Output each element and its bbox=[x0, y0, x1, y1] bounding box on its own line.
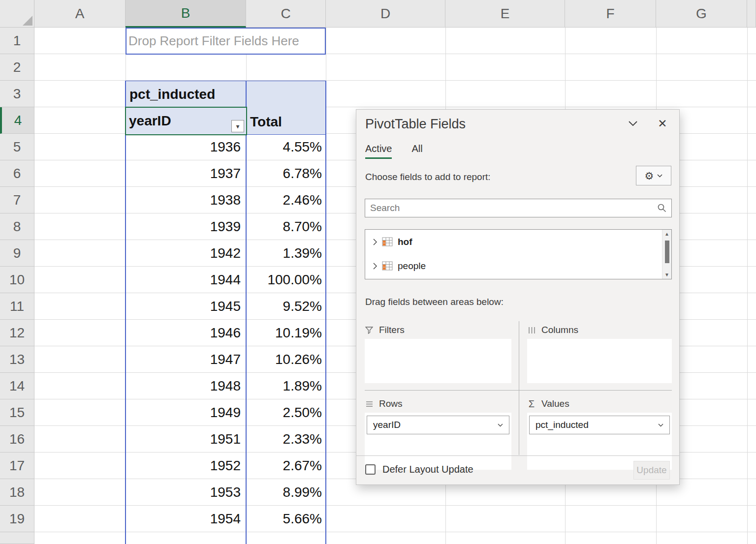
pivot-data-row: 19421.39% bbox=[126, 240, 326, 267]
cell-total[interactable]: 9.52% bbox=[246, 293, 326, 320]
values-field-chip-pct-inducted[interactable]: pct_inducted bbox=[529, 416, 670, 434]
cell-total[interactable]: 8.70% bbox=[246, 213, 326, 240]
columns-drop-zone[interactable] bbox=[527, 339, 672, 383]
row-header-2[interactable]: 2 bbox=[0, 54, 34, 81]
scroll-up-arrow-icon[interactable]: ▲ bbox=[662, 231, 671, 237]
cell-total[interactable]: 4.55% bbox=[246, 134, 326, 160]
row-header-19[interactable]: 19 bbox=[0, 506, 34, 532]
filters-drop-zone[interactable] bbox=[365, 339, 511, 383]
cell-total[interactable]: 100.00% bbox=[246, 267, 326, 293]
cell-yearID[interactable]: 1952 bbox=[126, 453, 246, 479]
row-header-6[interactable]: 6 bbox=[0, 160, 34, 187]
cell-yearID[interactable]: 1946 bbox=[126, 320, 246, 346]
field-name: people bbox=[398, 261, 426, 272]
cell-yearID[interactable]: 1948 bbox=[126, 373, 246, 399]
row-header-4[interactable]: 4 bbox=[0, 107, 34, 134]
pivot-border-left bbox=[125, 81, 126, 544]
cell-yearID[interactable]: 1947 bbox=[126, 346, 246, 373]
update-button[interactable]: Update bbox=[633, 461, 670, 480]
cell-yearID[interactable]: 1938 bbox=[126, 187, 246, 213]
field-list-scrollbar[interactable]: ▲ ▼ bbox=[662, 230, 671, 279]
row-header-13[interactable]: 13 bbox=[0, 346, 34, 373]
column-header-D[interactable]: D bbox=[326, 0, 445, 28]
cell-yearID[interactable]: 1937 bbox=[126, 160, 246, 187]
cell-yearID[interactable]: 1945 bbox=[126, 293, 246, 320]
cell-yearID[interactable]: 1954 bbox=[126, 506, 246, 532]
scrollbar-thumb[interactable] bbox=[665, 241, 669, 263]
cell-yearID[interactable]: 1942 bbox=[126, 240, 246, 267]
scroll-down-arrow-icon[interactable]: ▼ bbox=[662, 272, 671, 277]
cell-total[interactable]: 2.33% bbox=[246, 426, 326, 453]
cell-yearID[interactable]: 1953 bbox=[126, 479, 246, 506]
column-header-F[interactable]: F bbox=[565, 0, 656, 28]
column-header-partial[interactable] bbox=[747, 0, 756, 28]
pivot-row-field-label: yearID bbox=[129, 113, 171, 129]
field-item-hof[interactable]: hof bbox=[365, 230, 671, 254]
report-filter-drop-zone[interactable]: Drop Report Filter Fields Here bbox=[126, 28, 326, 55]
rows-drop-zone[interactable]: yearID bbox=[365, 413, 511, 470]
cell-total[interactable]: 5.66% bbox=[246, 506, 326, 532]
expand-chevron-icon[interactable] bbox=[371, 239, 379, 245]
tab-active[interactable]: Active bbox=[365, 143, 392, 159]
row-header-14[interactable]: 14 bbox=[0, 373, 34, 399]
tools-gear-button[interactable]: ⚙ bbox=[636, 166, 671, 185]
row-header-17[interactable]: 17 bbox=[0, 453, 34, 479]
pivot-data-row: 1944100.00% bbox=[126, 267, 326, 293]
cell-total[interactable]: 1.89% bbox=[246, 373, 326, 399]
row-header-8[interactable]: 8 bbox=[0, 213, 34, 240]
table-icon bbox=[382, 237, 393, 246]
search-input[interactable] bbox=[365, 202, 653, 214]
row-header-1[interactable]: 1 bbox=[0, 28, 34, 54]
row-filter-dropdown-button[interactable]: ▾ bbox=[231, 120, 244, 132]
rows-field-chip-yearID[interactable]: yearID bbox=[367, 416, 509, 434]
row-header-3[interactable]: 3 bbox=[0, 81, 34, 107]
row-header-18[interactable]: 18 bbox=[0, 479, 34, 506]
cell-total[interactable]: 1.39% bbox=[246, 240, 326, 267]
panel-close-icon[interactable]: ✕ bbox=[657, 118, 668, 129]
field-list: hof people ▲ ▼ bbox=[365, 229, 672, 279]
select-all-corner[interactable] bbox=[0, 0, 34, 28]
field-item-people[interactable]: people bbox=[365, 254, 671, 278]
column-header-B[interactable]: B bbox=[126, 0, 246, 28]
cell-yearID[interactable]: 1951 bbox=[126, 426, 246, 453]
row-header-12[interactable]: 12 bbox=[0, 320, 34, 346]
panel-collapse-chevron-icon[interactable] bbox=[627, 118, 639, 129]
row-header-15[interactable]: 15 bbox=[0, 399, 34, 426]
rows-icon bbox=[365, 401, 374, 407]
columns-area: Columns bbox=[527, 321, 672, 383]
pivot-value-field-header[interactable]: pct_inducted bbox=[126, 81, 246, 108]
cell-total[interactable]: 10.19% bbox=[246, 320, 326, 346]
row-header-5[interactable]: 5 bbox=[0, 134, 34, 160]
row-header-10[interactable]: 10 bbox=[0, 267, 34, 293]
cell-total[interactable]: 6.78% bbox=[246, 160, 326, 187]
defer-layout-checkbox[interactable] bbox=[365, 464, 376, 475]
cell-total[interactable]: 2.46% bbox=[246, 187, 326, 213]
pivot-row-field-header-cell[interactable]: yearID ▾ bbox=[125, 107, 247, 135]
column-header-A[interactable]: A bbox=[34, 0, 126, 28]
cell-yearID[interactable]: 1944 bbox=[126, 267, 246, 293]
row-header-7[interactable]: 7 bbox=[0, 187, 34, 213]
column-header-G[interactable]: G bbox=[656, 0, 747, 28]
pivot-data-row: 19364.55% bbox=[126, 134, 326, 160]
cell-total[interactable]: 10.26% bbox=[246, 346, 326, 373]
cell-yearID[interactable]: 1936 bbox=[126, 134, 246, 160]
pivot-data-row: 19376.78% bbox=[126, 160, 326, 187]
cell-yearID[interactable]: 1949 bbox=[126, 399, 246, 426]
row-header-partial[interactable] bbox=[0, 532, 34, 544]
pivot-total-header[interactable]: Total bbox=[246, 81, 326, 135]
rows-area: Rows yearID bbox=[365, 395, 511, 470]
row-header-11[interactable]: 11 bbox=[0, 293, 34, 320]
expand-chevron-icon[interactable] bbox=[371, 263, 379, 270]
cell-total[interactable]: 8.99% bbox=[246, 479, 326, 506]
cell-total[interactable]: 2.67% bbox=[246, 453, 326, 479]
column-header-C[interactable]: C bbox=[246, 0, 326, 28]
pivot-data-row: 19522.67% bbox=[126, 453, 326, 479]
row-header-9[interactable]: 9 bbox=[0, 240, 34, 267]
tab-all[interactable]: All bbox=[411, 143, 422, 159]
search-icon[interactable] bbox=[653, 203, 671, 213]
column-header-E[interactable]: E bbox=[445, 0, 565, 28]
cell-total[interactable]: 2.50% bbox=[246, 399, 326, 426]
row-header-16[interactable]: 16 bbox=[0, 426, 34, 453]
pivot-data-row: 194610.19% bbox=[126, 320, 326, 346]
cell-yearID[interactable]: 1939 bbox=[126, 213, 246, 240]
